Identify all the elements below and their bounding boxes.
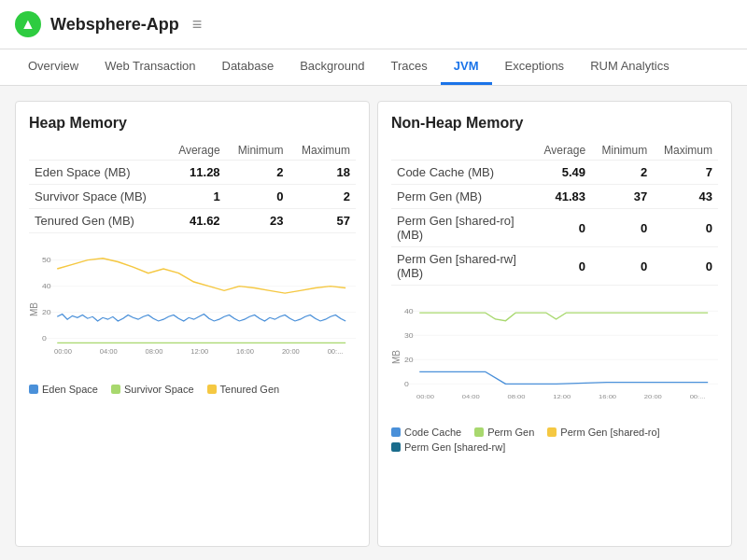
svg-text:04:00: 04:00 (462, 394, 480, 399)
heap-survivor-min: 0 (226, 185, 289, 209)
nonheap-codecache-max: 7 (653, 161, 718, 185)
nonheap-legend-permgen-rw-label: Perm Gen [shared-rw] (404, 441, 505, 453)
heap-y-label: MB (29, 243, 42, 376)
nonheap-codecache-color (391, 427, 401, 437)
nonheap-permgen-rw-min: 0 (591, 247, 653, 286)
nonheap-permgen-label: Perm Gen (MB) (391, 185, 533, 209)
nonheap-title: Non-Heap Memory (391, 115, 718, 132)
nonheap-col-name (391, 141, 533, 161)
heap-eden-avg: 11.28 (166, 161, 225, 185)
svg-text:16:00: 16:00 (236, 349, 254, 355)
nonheap-legend-permgen-label: Perm Gen (487, 427, 534, 438)
heap-survivor-color (111, 385, 120, 394)
heap-tenured-color (207, 385, 217, 394)
svg-text:00:00: 00:00 (416, 394, 434, 399)
nonheap-codecache-min: 2 (591, 161, 653, 185)
nonheap-permgen-ro-avg: 0 (533, 209, 591, 247)
nonheap-y-label: MB (391, 295, 404, 419)
svg-text:20: 20 (42, 309, 51, 316)
nonheap-permgen-ro-color (547, 427, 557, 437)
nonheap-row-permgen-rw: Perm Gen [shared-rw](MB) 0 0 0 (391, 247, 718, 286)
heap-survivor-label: Survivor Space (MB) (29, 185, 166, 209)
heap-legend-eden: Eden Space (29, 384, 98, 395)
heap-title: Heap Memory (29, 115, 356, 132)
heap-tenured-min: 23 (226, 209, 289, 233)
svg-text:00:...: 00:... (328, 349, 344, 355)
heap-tenured-avg: 41.62 (166, 209, 225, 233)
app-title: Websphere-App (50, 15, 179, 35)
nonheap-stats-table: Average Minimum Maximum Code Cache (MB) … (391, 141, 718, 286)
nonheap-permgen-ro-min: 0 (591, 209, 653, 247)
nonheap-codecache-avg: 5.49 (533, 161, 591, 185)
nonheap-row-permgen: Perm Gen (MB) 41.83 37 43 (391, 185, 718, 209)
heap-svg: 50 40 20 0 00:00 04:00 08:00 12:00 16:00 (42, 243, 356, 373)
heap-memory-panel: Heap Memory Average Minimum Maximum Eden… (15, 101, 370, 547)
nonheap-chart: 40 30 20 0 00:00 04:00 08:00 12:00 16:00… (404, 295, 718, 419)
nonheap-col-min: Minimum (591, 141, 653, 161)
svg-text:20:00: 20:00 (644, 394, 662, 399)
svg-text:00:...: 00:... (690, 394, 706, 399)
nav-exceptions[interactable]: Exceptions (492, 49, 578, 85)
nav-database[interactable]: Database (209, 49, 288, 85)
heap-legend-survivor: Survivor Space (111, 384, 194, 395)
heap-col-name (29, 141, 166, 161)
svg-text:16:00: 16:00 (599, 394, 616, 399)
heap-eden-min: 2 (226, 161, 289, 185)
heap-chart-area: MB 50 40 20 0 (29, 243, 356, 376)
nonheap-permgen-color (474, 427, 484, 437)
heap-stats-table: Average Minimum Maximum Eden Space (MB) … (29, 141, 356, 233)
heap-row-survivor: Survivor Space (MB) 1 0 2 (29, 185, 356, 209)
svg-text:04:00: 04:00 (100, 349, 118, 355)
heap-eden-color (29, 385, 38, 394)
nav-web-transaction[interactable]: Web Transaction (92, 49, 208, 85)
nonheap-legend-codecache: Code Cache (391, 427, 461, 438)
app-header: ▲ Websphere-App ≡ (0, 0, 747, 49)
main-content: Heap Memory Average Minimum Maximum Eden… (0, 86, 747, 560)
svg-text:40: 40 (404, 308, 414, 315)
heap-tenured-label: Tenured Gen (MB) (29, 209, 166, 233)
svg-text:00:00: 00:00 (54, 349, 72, 355)
nav-background[interactable]: Background (287, 49, 377, 85)
nonheap-permgen-min: 37 (591, 185, 653, 209)
nav-overview[interactable]: Overview (15, 49, 92, 85)
nonheap-col-max: Maximum (653, 141, 718, 161)
heap-eden-label: Eden Space (MB) (29, 161, 166, 185)
nonheap-permgen-rw-color (391, 442, 401, 452)
heap-col-min: Minimum (226, 141, 289, 161)
nonheap-memory-panel: Non-Heap Memory Average Minimum Maximum … (377, 101, 732, 547)
nonheap-permgen-rw-avg: 0 (533, 247, 591, 286)
nonheap-permgen-ro-max: 0 (653, 209, 718, 247)
heap-chart: 50 40 20 0 00:00 04:00 08:00 12:00 16:00 (42, 243, 356, 376)
svg-text:30: 30 (404, 332, 414, 340)
nonheap-permgen-avg: 41.83 (533, 185, 591, 209)
heap-eden-max: 18 (289, 161, 356, 185)
nonheap-legend-permgen-ro-label: Perm Gen [shared-ro] (560, 427, 659, 438)
nonheap-legend-codecache-label: Code Cache (404, 427, 461, 438)
svg-text:12:00: 12:00 (190, 349, 208, 355)
nonheap-row-permgen-ro: Perm Gen [shared-ro](MB) 0 0 0 (391, 209, 718, 247)
nav-jvm[interactable]: JVM (441, 49, 492, 85)
heap-row-eden: Eden Space (MB) 11.28 2 18 (29, 161, 356, 185)
heap-survivor-avg: 1 (166, 185, 225, 209)
svg-text:20: 20 (404, 357, 414, 364)
nonheap-legend: Code Cache Perm Gen Perm Gen [shared-ro]… (391, 427, 718, 453)
app-icon: ▲ (15, 11, 41, 37)
nonheap-legend-permgen-ro: Perm Gen [shared-ro] (547, 427, 659, 438)
svg-text:0: 0 (404, 381, 410, 388)
nonheap-codecache-label: Code Cache (MB) (391, 161, 533, 185)
nonheap-col-avg: Average (533, 141, 591, 161)
heap-legend-tenured-label: Tenured Gen (220, 384, 280, 395)
nav-traces[interactable]: Traces (378, 49, 441, 85)
nonheap-permgen-rw-label: Perm Gen [shared-rw](MB) (391, 247, 533, 286)
nonheap-permgen-max: 43 (653, 185, 718, 209)
nav-rum-analytics[interactable]: RUM Analytics (577, 49, 683, 85)
menu-icon[interactable]: ≡ (192, 15, 203, 35)
svg-text:08:00: 08:00 (508, 394, 526, 399)
svg-text:0: 0 (42, 335, 47, 343)
nonheap-legend-permgen: Perm Gen (474, 427, 534, 438)
heap-row-tenured: Tenured Gen (MB) 41.62 23 57 (29, 209, 356, 233)
heap-col-max: Maximum (289, 141, 356, 161)
nonheap-row-codecache: Code Cache (MB) 5.49 2 7 (391, 161, 718, 185)
nonheap-chart-area: MB 40 30 20 0 (391, 295, 718, 419)
heap-legend-survivor-label: Survivor Space (124, 384, 194, 395)
